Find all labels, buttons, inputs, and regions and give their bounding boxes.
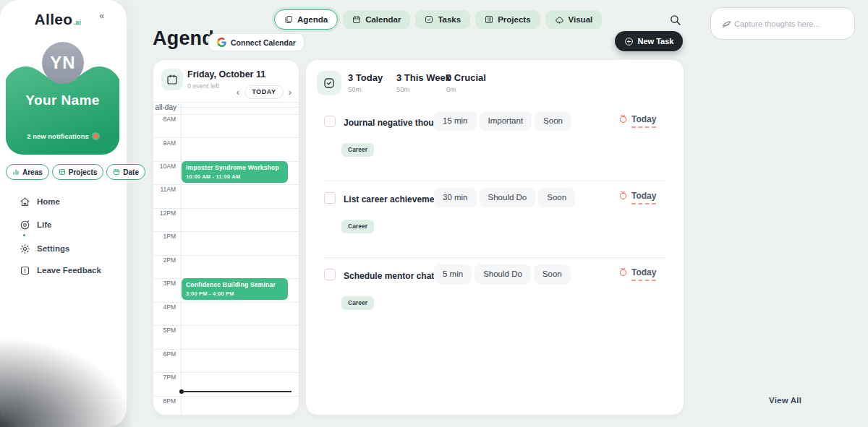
task-attributes: 30 min Should Do Soon xyxy=(434,188,575,207)
filter-date-button[interactable]: Date xyxy=(106,164,145,180)
task-title: List career achievements xyxy=(344,194,447,204)
task-title: Schedule mentor chat xyxy=(344,271,434,281)
divider xyxy=(324,257,665,258)
feedback-icon xyxy=(20,265,30,276)
stat-label: 3 This Week xyxy=(396,72,451,83)
stat-crucial: 0 Crucial 0m xyxy=(446,72,486,93)
sidebar-item-life[interactable]: Life xyxy=(20,217,51,233)
tab-label: Tasks xyxy=(438,15,461,24)
view-all-link[interactable]: View All xyxy=(769,396,801,405)
notifications-label: 2 new notifications xyxy=(27,132,89,140)
calendar-event[interactable]: Confidence Building Seminar 3:00 PM - 4:… xyxy=(182,278,288,300)
tab-visual[interactable]: Visual xyxy=(545,10,603,29)
stat-today: 3 Today 50m xyxy=(348,72,383,93)
stat-duration: 50m xyxy=(396,85,451,93)
stat-duration: 0m xyxy=(446,85,486,93)
tab-label: Agenda xyxy=(297,15,328,24)
tasks-icon xyxy=(425,15,433,24)
agenda-icon xyxy=(284,15,293,24)
filter-projects-button[interactable]: Projects xyxy=(52,164,103,180)
notifications[interactable]: 2 new notifications xyxy=(6,132,119,140)
task-duration-pill[interactable]: 5 min xyxy=(434,264,472,284)
avatar[interactable]: YN xyxy=(42,42,84,84)
tab-calendar[interactable]: Calendar xyxy=(343,10,410,29)
stat-label: 3 Today xyxy=(348,72,383,83)
tab-label: Projects xyxy=(498,15,530,24)
life-notification-dot xyxy=(23,234,25,236)
task-due-label: Today xyxy=(631,191,656,204)
gear-icon xyxy=(20,243,30,254)
event-time: 3:00 PM - 4:00 PM xyxy=(186,290,284,297)
task-row: Schedule mentor chat 5 min Should Do Soo… xyxy=(306,265,684,334)
task-checkbox[interactable] xyxy=(324,192,336,204)
time-label: 5PM xyxy=(153,327,176,334)
tomato-icon xyxy=(618,267,628,277)
life-target-icon xyxy=(20,220,30,230)
time-label: 6PM xyxy=(153,350,176,358)
task-urgency-pill[interactable]: Soon xyxy=(538,188,575,207)
calendar-header-icon-square xyxy=(161,69,183,90)
tab-tasks[interactable]: Tasks xyxy=(415,10,470,29)
user-name: Your Name xyxy=(6,92,119,108)
projects-icon xyxy=(485,15,493,24)
time-label: 2PM xyxy=(153,256,176,264)
time-label: 1PM xyxy=(153,233,176,240)
task-due-badge[interactable]: Today xyxy=(618,114,656,128)
notification-dot-icon xyxy=(93,134,98,139)
sidebar-item-label: Leave Feedback xyxy=(37,266,101,275)
app-logo-text: Alleo xyxy=(35,11,73,27)
sidebar-item-home[interactable]: Home xyxy=(20,194,60,210)
task-tag[interactable]: Career xyxy=(341,220,374,233)
search-icon[interactable] xyxy=(669,14,682,27)
new-task-button[interactable]: New Task xyxy=(615,31,683,51)
filter-areas-button[interactable]: Areas xyxy=(6,164,49,180)
calendar-event[interactable]: Imposter Syndrome Workshop 10:00 AM - 11… xyxy=(182,161,288,183)
today-button[interactable]: TODAY xyxy=(244,85,284,99)
task-checkbox[interactable] xyxy=(324,269,336,280)
task-urgency-pill[interactable]: Soon xyxy=(534,264,571,284)
connect-calendar-button[interactable]: Connect Calendar xyxy=(208,33,305,51)
task-due-badge[interactable]: Today xyxy=(618,191,656,204)
time-label: 8AM xyxy=(153,116,176,123)
date-icon xyxy=(113,168,120,176)
task-tag[interactable]: Career xyxy=(341,296,374,310)
task-due-label: Today xyxy=(631,267,656,281)
checkbox-check-icon xyxy=(323,77,336,90)
next-day-icon[interactable]: › xyxy=(289,85,292,99)
stat-this-week: 3 This Week 50m xyxy=(396,72,451,93)
capture-thoughts-input[interactable] xyxy=(734,9,850,38)
sidebar-item-leave-feedback[interactable]: Leave Feedback xyxy=(20,262,101,278)
task-checkbox[interactable] xyxy=(324,116,336,127)
task-due-badge[interactable]: Today xyxy=(618,267,656,281)
time-label: 8PM xyxy=(153,397,176,405)
filter-label: Projects xyxy=(69,168,97,176)
tab-label: Calendar xyxy=(365,15,401,24)
task-tag[interactable]: Career xyxy=(341,143,374,157)
all-day-label: all-day xyxy=(153,103,176,111)
stat-label: 0 Crucial xyxy=(446,72,486,83)
task-priority-pill[interactable]: Should Do xyxy=(480,188,536,207)
tab-projects[interactable]: Projects xyxy=(475,10,540,29)
task-priority-pill[interactable]: Should Do xyxy=(475,264,531,284)
sidebar-item-settings[interactable]: Settings xyxy=(20,241,69,256)
task-duration-pill[interactable]: 15 min xyxy=(434,111,477,131)
tab-agenda[interactable]: Agenda xyxy=(274,9,338,30)
areas-icon xyxy=(12,168,20,176)
sidebar-item-label: Home xyxy=(37,197,60,206)
task-priority-pill[interactable]: Important xyxy=(480,111,532,131)
task-row: List career achievements 30 min Should D… xyxy=(306,189,684,257)
app-root: Alleo.ai « YN Your Name 2 new notificati… xyxy=(0,0,868,427)
collapse-sidebar-icon[interactable]: « xyxy=(96,9,107,22)
task-duration-pill[interactable]: 30 min xyxy=(434,188,477,207)
time-label: 3PM xyxy=(153,280,176,287)
home-icon xyxy=(20,197,30,207)
stat-duration: 50m xyxy=(348,85,383,93)
sidebar-item-label: Settings xyxy=(37,244,69,253)
task-attributes: 5 min Should Do Soon xyxy=(434,264,571,284)
time-label: 7PM xyxy=(153,374,176,381)
prev-day-icon[interactable]: ‹ xyxy=(237,85,239,99)
tab-label: Visual xyxy=(569,15,593,24)
calendar-date-title: Friday, October 11 xyxy=(187,69,265,79)
task-urgency-pill[interactable]: Soon xyxy=(535,111,571,131)
time-label: 10AM xyxy=(153,163,176,170)
